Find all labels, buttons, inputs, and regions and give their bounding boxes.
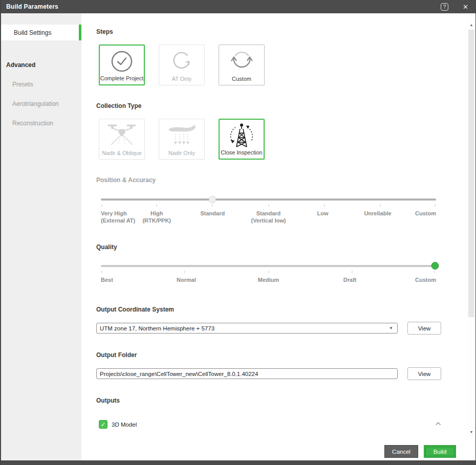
- titlebar: Build Parameters ? ✕: [1, 0, 475, 13]
- quality-handle[interactable]: [431, 262, 439, 270]
- slider-label-standard-vertical-low[interactable]: Standard (Vertical low): [251, 210, 286, 224]
- position-accuracy-slider: Very High (External AT) High (RTK/PPK) S…: [101, 196, 436, 233]
- check-circle-icon: [100, 50, 144, 73]
- slider-tick: [268, 271, 269, 273]
- position-accuracy-track[interactable]: [101, 198, 436, 201]
- help-icon[interactable]: ?: [441, 3, 448, 11]
- dropdown-arrow-icon: ▼: [389, 326, 394, 330]
- collection-type-title: Collection Type: [96, 102, 141, 109]
- sidebar-item-build-settings[interactable]: Build Settings: [1, 25, 81, 40]
- slider-tick: [101, 271, 102, 273]
- loop-arrow-icon: [159, 49, 204, 73]
- slider-tick: [101, 204, 102, 207]
- slider-label-custom[interactable]: Custom: [415, 210, 436, 217]
- window-bottom-frame: [1, 460, 475, 465]
- scroll-up-icon[interactable]: ▲: [468, 21, 475, 29]
- collection-card-label: Nadir & Oblique: [102, 150, 142, 156]
- slider-tick: [324, 204, 324, 207]
- quality-label-custom[interactable]: Custom: [415, 276, 436, 283]
- sidebar-item-reconstruction[interactable]: Reconstruction: [12, 120, 53, 127]
- crs-selected-value: UTM zone 17, Northern Hemisphere + 5773: [100, 325, 389, 331]
- slider-tick: [212, 204, 213, 207]
- steps-card-row: Complete Project AT Only Custom: [99, 45, 265, 85]
- quality-label-draft[interactable]: Draft: [343, 276, 357, 283]
- scrollbar-thumb[interactable]: [468, 30, 474, 317]
- dialog-title: Build Parameters: [6, 3, 58, 10]
- scroll-down-icon[interactable]: ▼: [468, 429, 475, 436]
- output-folder-input[interactable]: [96, 368, 398, 379]
- quality-track[interactable]: [101, 265, 436, 267]
- build-button[interactable]: Build: [424, 445, 456, 458]
- drone-icon: [99, 122, 144, 148]
- collection-card-label: Nadir Only: [168, 150, 195, 156]
- slider-tick: [435, 204, 436, 207]
- step-card-at-only[interactable]: AT Only: [159, 45, 205, 85]
- step-card-label: Custom: [232, 76, 251, 82]
- quality-label-best[interactable]: Best: [101, 276, 113, 283]
- scrollbar[interactable]: ▲ ▼: [468, 13, 475, 438]
- sidebar-item-aerotriangulation[interactable]: Aerotriangulation: [12, 100, 59, 107]
- step-card-custom[interactable]: Custom: [219, 45, 265, 85]
- slider-tick: [380, 204, 380, 207]
- quality-slider: Best Normal Medium Draft Custom: [101, 262, 436, 299]
- output-folder-title: Output Folder: [96, 351, 137, 359]
- slider-tick: [184, 271, 185, 273]
- collection-card-row: Nadir & Oblique: [99, 119, 265, 160]
- quality-label-medium[interactable]: Medium: [258, 276, 279, 283]
- 3d-model-checkbox[interactable]: ✓: [99, 420, 107, 429]
- sidebar-header-advanced: Advanced: [6, 61, 35, 69]
- folder-view-button[interactable]: View: [407, 367, 441, 380]
- quality-label-normal[interactable]: Normal: [177, 276, 196, 283]
- slider-tick: [352, 271, 353, 273]
- collection-card-label: Close Inspection: [221, 149, 262, 156]
- step-card-label: Complete Project: [100, 75, 143, 81]
- position-accuracy-title: Position & Accuracy: [96, 176, 156, 184]
- tower-icon: [220, 122, 264, 150]
- outputs-title: Outputs: [96, 397, 120, 404]
- cancel-button[interactable]: Cancel: [384, 445, 418, 458]
- build-parameters-dialog: Build Parameters ? ✕ Build Settings Adva…: [0, 0, 476, 465]
- close-icon[interactable]: ✕: [463, 3, 468, 11]
- slider-tick: [157, 204, 157, 207]
- output-item-label: 3D Model: [112, 422, 137, 428]
- sync-arrows-icon: [219, 49, 264, 73]
- sidebar: Build Settings Advanced Presets Aerotria…: [1, 13, 81, 460]
- slider-tick: [268, 204, 269, 207]
- quality-title: Quality: [96, 243, 117, 251]
- slider-label-very-high[interactable]: Very High (External AT): [101, 210, 135, 224]
- output-item-3d-model: ✓ 3D Model: [99, 420, 137, 429]
- slider-label-standard[interactable]: Standard: [200, 210, 225, 217]
- collection-card-nadir-only[interactable]: Nadir Only: [159, 119, 205, 160]
- plane-icon: [159, 122, 204, 148]
- step-card-complete-project[interactable]: Complete Project: [99, 45, 145, 85]
- crs-view-button[interactable]: View: [407, 322, 441, 335]
- collapse-chevron-icon[interactable]: [435, 422, 441, 426]
- collection-card-nadir-oblique[interactable]: Nadir & Oblique: [99, 119, 145, 160]
- selected-accent-bar: [79, 25, 81, 40]
- sidebar-item-presets[interactable]: Presets: [12, 81, 33, 88]
- steps-title: Steps: [96, 28, 113, 35]
- crs-select[interactable]: UTM zone 17, Northern Hemisphere + 5773 …: [96, 323, 398, 334]
- collection-card-close-inspection[interactable]: Close Inspection: [219, 119, 265, 160]
- output-crs-title: Output Coordinate System: [96, 306, 174, 313]
- slider-label-unreliable[interactable]: Unreliable: [364, 210, 391, 217]
- slider-tick: [434, 271, 435, 273]
- step-card-label: AT Only: [172, 76, 192, 82]
- position-accuracy-handle[interactable]: [209, 196, 216, 203]
- slider-label-low[interactable]: Low: [317, 210, 329, 217]
- slider-label-high[interactable]: High (RTK/PPK): [142, 210, 171, 224]
- sidebar-item-label: Build Settings: [14, 29, 51, 36]
